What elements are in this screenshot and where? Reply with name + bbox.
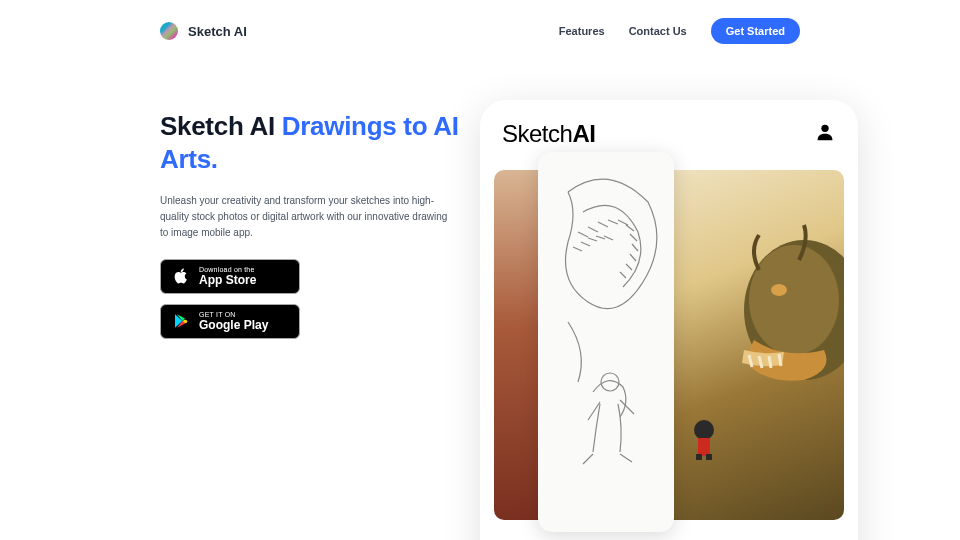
gallery-art-right — [660, 170, 844, 520]
brand[interactable]: Sketch AI — [160, 22, 247, 40]
svg-point-4 — [694, 420, 714, 440]
hero-visual: SketchAI — [490, 110, 960, 339]
store-badges: Download on the App Store GET IT ON Goog… — [160, 259, 460, 339]
get-started-button[interactable]: Get Started — [711, 18, 800, 44]
logo-icon — [160, 22, 178, 40]
hero-description: Unleash your creativity and transform yo… — [160, 193, 450, 241]
svg-rect-6 — [696, 454, 702, 460]
main-nav: Features Contact Us Get Started — [559, 18, 800, 44]
phone-gallery — [494, 170, 844, 520]
hero-headline: Sketch AI Drawings to AI Arts. — [160, 110, 460, 175]
app-store-badge[interactable]: Download on the App Store — [160, 259, 300, 294]
user-icon[interactable] — [814, 121, 836, 147]
nav-link-features[interactable]: Features — [559, 25, 605, 37]
svg-point-0 — [821, 125, 828, 132]
svg-rect-7 — [706, 454, 712, 460]
hero-copy: Sketch AI Drawings to AI Arts. Unleash y… — [160, 110, 460, 339]
svg-point-3 — [771, 284, 787, 296]
sketch-overlay — [538, 152, 674, 532]
headline-plain: Sketch AI — [160, 111, 282, 141]
play-name: Google Play — [199, 319, 268, 332]
svg-point-2 — [749, 245, 839, 355]
sketch-drawing — [538, 152, 674, 532]
brand-name: Sketch AI — [188, 24, 247, 39]
phone-app-title: SketchAI — [502, 120, 595, 148]
nav-link-contact[interactable]: Contact Us — [629, 25, 687, 37]
hero-section: Sketch AI Drawings to AI Arts. Unleash y… — [0, 62, 960, 339]
google-play-badge[interactable]: GET IT ON Google Play — [160, 304, 300, 339]
apple-icon — [171, 266, 191, 286]
phone-mockup: SketchAI — [480, 100, 858, 540]
phone-header: SketchAI — [480, 100, 858, 160]
dragon-illustration — [664, 200, 844, 460]
google-play-icon — [171, 311, 191, 331]
svg-rect-5 — [698, 438, 710, 456]
site-header: Sketch AI Features Contact Us Get Starte… — [0, 0, 960, 62]
appstore-name: App Store — [199, 274, 256, 287]
